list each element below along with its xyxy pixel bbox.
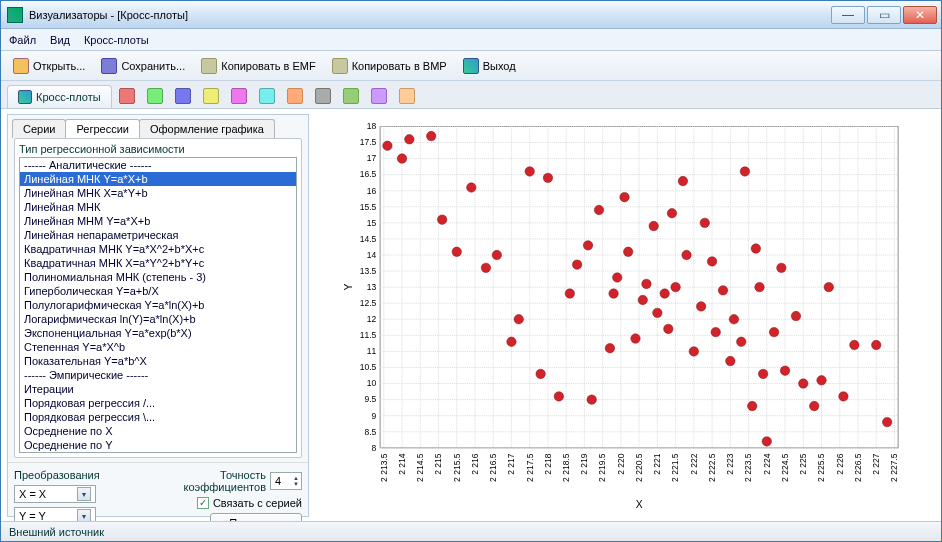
subtab-style[interactable]: Оформление графика: [139, 119, 275, 138]
precision-spinner[interactable]: 4 ▲▼: [270, 472, 302, 490]
svg-text:8: 8: [372, 443, 377, 453]
y-transform-combo[interactable]: Y = Y▾: [14, 507, 96, 521]
svg-point-160: [809, 401, 818, 410]
tool-icon-5[interactable]: [226, 84, 252, 108]
subtab-series[interactable]: Серии: [12, 119, 66, 138]
tool-icon-9[interactable]: [338, 84, 364, 108]
svg-text:2 223: 2 223: [725, 453, 735, 475]
svg-point-123: [609, 289, 618, 298]
tool-icon-1[interactable]: [114, 84, 140, 108]
bottom-controls: Преобразования X = X▾ Y = Y▾ Точность ко…: [8, 462, 308, 521]
subtab-regressions[interactable]: Регрессии: [65, 119, 140, 138]
list-item[interactable]: Гиперболическая Y=a+b/X: [20, 284, 296, 298]
svg-point-115: [536, 369, 545, 378]
minimize-button[interactable]: —: [831, 6, 865, 24]
list-item[interactable]: ------ Эмпирические ------: [20, 368, 296, 382]
list-item[interactable]: Порядковая регрессия \...: [20, 410, 296, 424]
toolbar: Открыть... Сохранить... Копировать в EMF…: [1, 51, 941, 81]
regression-type-group: Тип регрессионной зависимости ------ Ана…: [14, 138, 302, 458]
svg-text:10.5: 10.5: [360, 362, 377, 372]
svg-text:2 224: 2 224: [762, 453, 772, 475]
tool-icon-10[interactable]: [366, 84, 392, 108]
list-item[interactable]: Порядковая регрессия /...: [20, 396, 296, 410]
titlebar: Визуализаторы - [Кросс-плоты] — ▭ ✕: [1, 1, 941, 29]
svg-point-105: [405, 135, 414, 144]
svg-text:17: 17: [367, 153, 377, 163]
tabstrip: Кросс-плоты: [1, 81, 941, 109]
menu-file[interactable]: Файл: [9, 34, 36, 46]
maximize-button[interactable]: ▭: [867, 6, 901, 24]
tool-icon-8[interactable]: [310, 84, 336, 108]
list-item[interactable]: Осреднение по Y: [20, 438, 296, 452]
list-item[interactable]: Итерации: [20, 382, 296, 396]
list-item[interactable]: Квадратичная МНК Y=a*X^2+b*X+c: [20, 242, 296, 256]
list-item[interactable]: Показательная Y=a*b^X: [20, 354, 296, 368]
menubar: Файл Вид Кросс-плоты: [1, 29, 941, 51]
tool-icon-6[interactable]: [254, 84, 280, 108]
list-item[interactable]: Линейная МНК: [20, 200, 296, 214]
tool-icon-7[interactable]: [282, 84, 308, 108]
tool-icon-11[interactable]: [394, 84, 420, 108]
x-transform-value: X = X: [19, 488, 46, 500]
list-item[interactable]: Полулогарифмическая Y=a*ln(X)+b: [20, 298, 296, 312]
svg-point-128: [631, 334, 640, 343]
svg-point-158: [799, 379, 808, 388]
list-item[interactable]: Квадратичная МНК X=a*Y^2+b*Y+c: [20, 256, 296, 270]
build-button[interactable]: Построить: [210, 513, 302, 521]
list-item[interactable]: Полиномиальная МНК (степень - 3): [20, 270, 296, 284]
exit-label: Выход: [483, 60, 516, 72]
tool-icon-2[interactable]: [142, 84, 168, 108]
tab-crossplots[interactable]: Кросс-плоты: [7, 85, 112, 108]
svg-text:2 218: 2 218: [543, 453, 553, 475]
open-button[interactable]: Открыть...: [7, 56, 91, 76]
svg-point-106: [426, 131, 435, 140]
svg-text:13: 13: [367, 282, 377, 292]
list-item[interactable]: Линейная МНМ Y=a*X+b: [20, 214, 296, 228]
svg-text:2 225.5: 2 225.5: [816, 453, 826, 482]
list-item[interactable]: Логарифмическая ln(Y)=a*ln(X)+b: [20, 312, 296, 326]
svg-point-159: [817, 376, 826, 385]
copy-bmp-button[interactable]: Копировать в BMP: [326, 56, 453, 76]
list-item[interactable]: Линейная МНК Y=a*X+b: [20, 172, 296, 186]
regression-listbox[interactable]: ------ Аналитические ------Линейная МНК …: [19, 157, 297, 453]
svg-point-133: [660, 289, 669, 298]
list-item[interactable]: Осреднение по X: [20, 424, 296, 438]
copy-emf-button[interactable]: Копировать в EMF: [195, 56, 321, 76]
tool-icon-4[interactable]: [198, 84, 224, 108]
menu-crossplots[interactable]: Кросс-плоты: [84, 34, 149, 46]
y-transform-value: Y = Y: [19, 510, 46, 521]
svg-point-131: [649, 221, 658, 230]
svg-text:2 216.5: 2 216.5: [488, 453, 498, 482]
svg-text:8.5: 8.5: [365, 427, 377, 437]
svg-text:2 217: 2 217: [506, 453, 516, 475]
svg-point-130: [642, 279, 651, 288]
x-transform-combo[interactable]: X = X▾: [14, 485, 96, 503]
menu-view[interactable]: Вид: [50, 34, 70, 46]
save-button[interactable]: Сохранить...: [95, 56, 191, 76]
svg-text:2 221.5: 2 221.5: [670, 453, 680, 482]
svg-text:16.5: 16.5: [360, 169, 377, 179]
svg-text:2 216: 2 216: [470, 453, 480, 475]
copy-bmp-label: Копировать в BMP: [352, 60, 447, 72]
tool-icon-3[interactable]: [170, 84, 196, 108]
link-series-checkbox[interactable]: ✓Связать с серией: [197, 497, 302, 509]
left-panel: Серии Регрессии Оформление графика Тип р…: [7, 114, 309, 517]
svg-text:14: 14: [367, 250, 377, 260]
list-item[interactable]: ------ Аналитические ------: [20, 158, 296, 172]
list-item[interactable]: Степенная Y=a*X^b: [20, 340, 296, 354]
exit-button[interactable]: Выход: [457, 56, 522, 76]
window-title: Визуализаторы - [Кросс-плоты]: [29, 9, 831, 21]
svg-text:16: 16: [367, 186, 377, 196]
svg-text:10: 10: [367, 378, 377, 388]
svg-point-144: [718, 286, 727, 295]
statusbar: Внешний источник: [1, 521, 941, 541]
svg-point-164: [872, 340, 881, 349]
svg-point-107: [437, 215, 446, 224]
list-item[interactable]: Линейная непараметрическая: [20, 228, 296, 242]
svg-text:11.5: 11.5: [360, 330, 377, 340]
list-item[interactable]: Линейная МНК X=a*Y+b: [20, 186, 296, 200]
svg-text:2 224.5: 2 224.5: [780, 453, 790, 482]
close-button[interactable]: ✕: [903, 6, 937, 24]
list-item[interactable]: Экспоненциальная Y=a*exp(b*X): [20, 326, 296, 340]
svg-point-143: [711, 327, 720, 336]
